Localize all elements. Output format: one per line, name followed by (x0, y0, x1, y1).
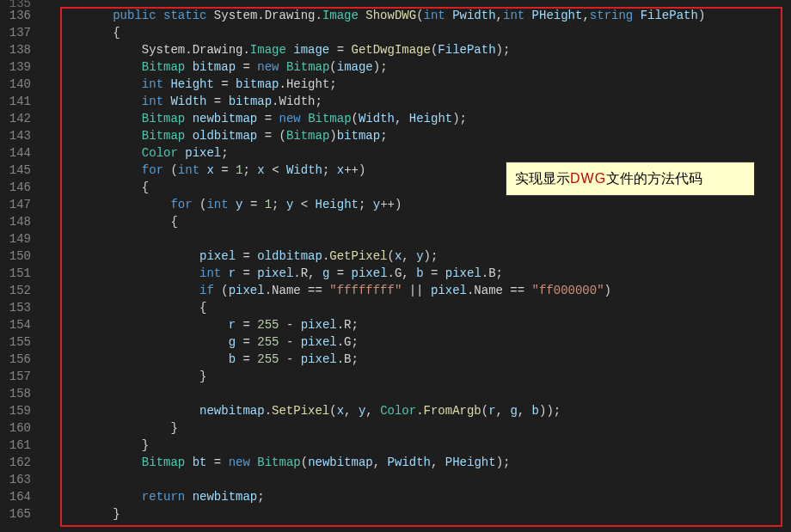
code-line[interactable]: } (55, 437, 791, 454)
annotation-callout: 实现显示DWG文件的方法代码 (506, 162, 755, 196)
code-editor[interactable]: 1351361371381391401411421431441451461471… (0, 0, 791, 532)
code-line[interactable]: if (pixel.Name == "ffffffff" || pixel.Na… (55, 282, 791, 299)
code-line[interactable]: b = 255 - pixel.B; (55, 351, 791, 368)
line-number: 136 (0, 7, 41, 24)
line-number: 147 (0, 196, 41, 213)
line-number: 156 (0, 351, 41, 368)
line-number: 137 (0, 24, 41, 41)
line-number: 161 (0, 437, 41, 454)
code-line[interactable]: Bitmap oldbitmap = (Bitmap)bitmap; (55, 127, 791, 144)
code-line[interactable]: int r = pixel.R, g = pixel.G, b = pixel.… (55, 265, 791, 282)
code-line[interactable]: } (55, 368, 791, 385)
code-line[interactable]: return newbitmap; (55, 488, 791, 505)
code-line[interactable] (55, 385, 791, 402)
code-line[interactable]: { (55, 24, 791, 41)
line-number: 141 (0, 93, 41, 110)
line-number: 152 (0, 282, 41, 299)
code-line[interactable]: public static System.Drawing.Image ShowD… (55, 7, 791, 24)
line-number: 139 (0, 58, 41, 76)
code-line[interactable]: r = 255 - pixel.R; (55, 316, 791, 333)
code-line[interactable]: System.Drawing.Image image = GetDwgImage… (55, 41, 791, 58)
line-number: 148 (0, 213, 41, 230)
line-number: 135 (0, 0, 41, 7)
line-number: 164 (0, 488, 41, 505)
code-line[interactable]: Bitmap bitmap = new Bitmap(image); (55, 58, 791, 76)
line-number: 159 (0, 402, 41, 419)
code-line[interactable] (55, 471, 791, 488)
code-line[interactable]: g = 255 - pixel.G; (55, 333, 791, 351)
code-line[interactable]: } (55, 419, 791, 437)
code-line[interactable]: for (int y = 1; y < Height; y++) (55, 196, 791, 213)
line-number: 140 (0, 76, 41, 93)
code-lines-container: public static System.Drawing.Image ShowD… (55, 0, 791, 523)
line-number: 145 (0, 162, 41, 179)
annotation-highlight: DWG (570, 171, 606, 186)
line-number: 150 (0, 248, 41, 265)
line-number: 154 (0, 316, 41, 333)
code-line[interactable]: pixel = oldbitmap.GetPixel(x, y); (55, 248, 791, 265)
line-number: 155 (0, 333, 41, 351)
code-line[interactable]: { (55, 213, 791, 230)
line-number: 151 (0, 265, 41, 282)
line-number-gutter: 1351361371381391401411421431441451461471… (0, 0, 41, 532)
line-number: 142 (0, 110, 41, 127)
code-line[interactable]: { (55, 299, 791, 316)
line-number: 157 (0, 368, 41, 385)
line-number: 153 (0, 299, 41, 316)
code-line[interactable]: int Height = bitmap.Height; (55, 76, 791, 93)
code-line[interactable] (55, 0, 791, 7)
line-number: 143 (0, 127, 41, 144)
annotation-prefix: 实现显示 (515, 171, 570, 186)
code-area[interactable]: public static System.Drawing.Image ShowD… (41, 0, 791, 532)
code-line[interactable]: } (55, 505, 791, 523)
line-number: 163 (0, 471, 41, 488)
line-number: 149 (0, 230, 41, 248)
line-number: 146 (0, 179, 41, 196)
line-number: 158 (0, 385, 41, 402)
code-line[interactable]: Bitmap newbitmap = new Bitmap(Width, Hei… (55, 110, 791, 127)
line-number: 160 (0, 419, 41, 437)
code-line[interactable]: Color pixel; (55, 144, 791, 162)
line-number: 138 (0, 41, 41, 58)
line-number: 162 (0, 454, 41, 471)
code-line[interactable]: int Width = bitmap.Width; (55, 93, 791, 110)
code-line[interactable] (55, 230, 791, 248)
line-number: 144 (0, 144, 41, 162)
code-line[interactable]: Bitmap bt = new Bitmap(newbitmap, Pwidth… (55, 454, 791, 471)
code-line[interactable]: newbitmap.SetPixel(x, y, Color.FromArgb(… (55, 402, 791, 419)
line-number: 165 (0, 505, 41, 523)
annotation-suffix: 文件的方法代码 (606, 171, 702, 186)
